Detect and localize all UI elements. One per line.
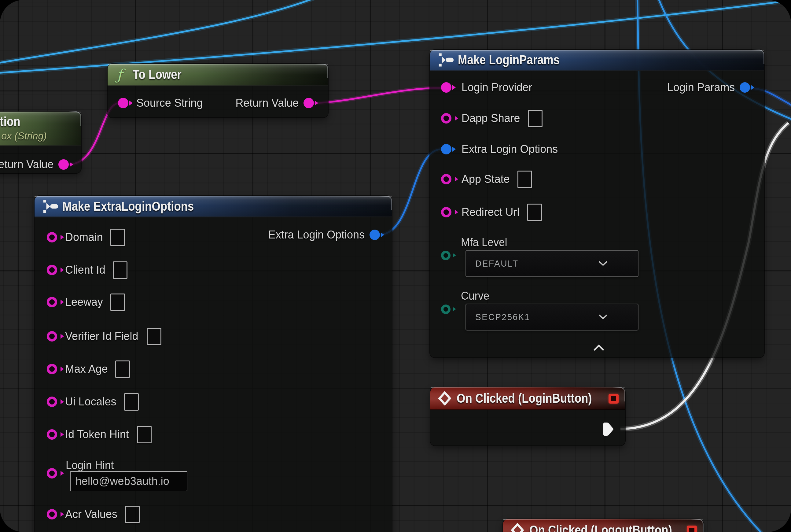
pin-label-login-hint: Login Hint [66,459,114,472]
pin-extra-login-options-out[interactable] [369,230,380,240]
pin-row: Domain [47,229,125,246]
pin-extra-login-options-in[interactable] [441,144,451,154]
node-get-text-subtitle: ox (String) [0,130,47,142]
pin-label-extra-login-options-in: Extra Login Options [462,143,558,156]
node-header[interactable]: On Clicked (LoginButton) [430,387,625,410]
node-header[interactable]: Make LoginParams [430,50,764,71]
node-get-text[interactable]: tion ox (String) eturn Value [0,112,81,173]
checkbox-client-id[interactable] [113,261,128,279]
event-icon [438,391,451,405]
pin-row: Max Age [47,360,130,378]
checkbox-verifier-id-field[interactable] [147,328,161,345]
checkbox-id-token-hint[interactable] [137,426,152,443]
checkbox-dapp-share[interactable] [528,110,542,127]
pin-source-string[interactable] [118,98,128,108]
pin-label-verifier-id-field: Verifier Id Field [65,330,138,343]
mfa-level-dropdown[interactable]: DEFAULT [465,250,638,277]
pin-row: Extra Login Options [441,141,561,158]
node-header[interactable]: tion ox (String) [0,112,81,146]
wire-string-2[interactable] [313,88,443,103]
checkbox-max-age[interactable] [115,360,130,378]
pin-row: Dapp Share [441,110,542,127]
make-struct-icon [438,52,454,68]
pin-login-hint[interactable] [47,468,57,478]
checkbox-domain[interactable] [110,229,125,246]
pin-id-token-hint[interactable] [47,429,57,440]
pin-label-id-token-hint: Id Token Hint [65,428,129,441]
pin-login-provider[interactable] [441,82,451,93]
pin-label-mfa-level: Mfa Level [461,236,507,249]
pin-redirect-url[interactable] [441,207,451,217]
pin-label-login-provider: Login Provider [462,81,532,94]
pin-curve[interactable] [441,305,450,314]
pin-row: Extra Login Options [265,226,380,243]
checkbox-leeway[interactable] [110,293,125,311]
node-oclo-title: On Clicked (LogoutButton) [529,523,672,532]
curve-value: SECP256K1 [466,312,530,322]
mfa-level-value: DEFAULT [466,259,519,269]
pin-mfa-level[interactable] [441,251,450,260]
node-header[interactable]: On Clicked (LogoutButton) [503,519,703,532]
exec-pin-out[interactable] [603,422,614,436]
pin-max-age[interactable] [47,364,57,374]
checkbox-ui-locales[interactable] [124,393,139,411]
pin-return-value[interactable] [304,98,314,108]
node-on-clicked-logout[interactable]: On Clicked (LogoutButton) [503,519,703,532]
delegate-pin[interactable] [687,526,697,532]
event-icon [511,523,524,532]
pin-row [441,247,450,264]
collapse-arrow-icon[interactable] [593,344,604,351]
pin-return-value-partial[interactable] [58,159,69,170]
pin-label-acr-values: Acr Values [65,508,117,521]
node-make-login-params[interactable]: Make LoginParams Login Provider Dapp Sha… [430,50,764,357]
pin-row: Login Provider [441,79,535,96]
curve-dropdown[interactable]: SECP256K1 [465,304,638,330]
pin-app-state[interactable] [441,174,451,184]
pin-row: Acr Values [47,506,140,523]
node-mlp-title: Make LoginParams [458,53,560,67]
pin-label-source-string: Source String [136,97,202,110]
pin-domain[interactable] [47,232,57,243]
chevron-down-icon [599,261,607,267]
pin-label-curve: Curve [461,289,489,302]
pin-label-redirect-url: Redirect Url [462,206,519,218]
pin-row: Ui Locales [47,393,139,410]
chevron-down-icon [599,314,607,320]
checkbox-redirect-url[interactable] [527,204,542,221]
pin-label-domain: Domain [65,231,103,244]
pin-label-return-value-partial: eturn Value [0,158,54,171]
blueprint-editor-screenshot: tion ox (String) eturn Value ƒ To Lower … [0,0,791,532]
node-make-extra-login-options[interactable]: Make ExtraLoginOptions Domain Client Id … [35,196,392,532]
pin-row: Login Params [665,79,750,96]
pin-verifier-id-field[interactable] [47,331,57,342]
pin-row: Redirect Url [441,204,542,221]
pin-ui-locales[interactable] [47,397,57,407]
pin-row: Id Token Hint [47,426,152,443]
checkbox-acr-values[interactable] [125,506,140,523]
pin-row: Client Id [47,261,128,279]
pin-label-login-params-out: Login Params [667,81,735,94]
make-struct-icon [43,199,59,214]
pin-label-max-age: Max Age [65,363,108,376]
checkbox-app-state[interactable] [518,171,532,188]
node-melo-title: Make ExtraLoginOptions [62,199,194,214]
login-hint-input[interactable]: hello@web3auth.io [70,471,187,491]
pin-acr-values[interactable] [47,509,57,519]
pin-row: eturn Value [0,156,69,173]
pin-row: Return Value [233,94,314,112]
pin-dapp-share[interactable] [441,113,451,124]
node-to-lower[interactable]: ƒ To Lower Source String Return Value [108,64,328,117]
blueprint-graph-canvas[interactable]: tion ox (String) eturn Value ƒ To Lower … [0,0,791,532]
node-header[interactable]: ƒ To Lower [108,64,328,86]
pin-label-ui-locales: Ui Locales [65,395,116,408]
pin-client-id[interactable] [47,265,57,275]
node-on-clicked-login[interactable]: On Clicked (LoginButton) [430,387,625,445]
wire-cyan-steep[interactable] [0,0,341,64]
node-header[interactable]: Make ExtraLoginOptions [35,196,392,217]
pin-label-app-state: App State [462,173,510,186]
pin-row [441,301,450,318]
pin-leeway[interactable] [47,297,57,307]
pin-login-params-out[interactable] [740,82,750,93]
delegate-pin[interactable] [609,394,619,404]
pin-row: Leeway [47,293,125,311]
